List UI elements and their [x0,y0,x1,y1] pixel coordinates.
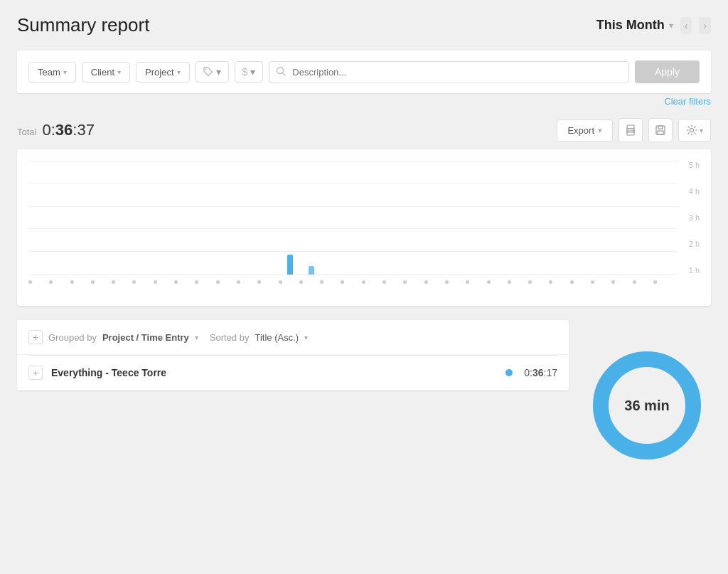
x-dot [237,280,240,284]
x-dot [91,280,95,284]
client-filter-button[interactable]: Client ▾ [82,62,130,83]
sorted-by-arrow[interactable]: ▾ [304,334,308,341]
chart-inner: 5 h 4 h 3 h 2 h 1 h [28,161,700,289]
y-label-4h: 4 h [689,187,700,196]
x-dot [487,280,491,284]
x-dot [633,280,636,284]
x-dot [49,280,53,284]
bar[interactable] [287,255,293,275]
x-dot [362,280,365,284]
total-time-prefix: 0: [42,121,55,139]
gear-icon [686,124,697,136]
grouped-by-prefix: Grouped by [48,332,97,343]
x-dot [28,280,32,284]
chart-bars-area [28,161,678,289]
bar[interactable] [309,266,314,275]
save-button[interactable] [648,118,673,142]
team-filter-arrow: ▾ [63,68,67,76]
entry-time: 0:36:17 [524,367,557,378]
svg-rect-8 [658,131,663,134]
x-dot [382,280,386,284]
total-time-group: Total 0:36:37 [17,121,95,139]
billing-filter-button[interactable]: $ ▾ [235,61,264,83]
grouped-by-arrow[interactable]: ▾ [195,334,198,341]
billing-filter-arrow: ▾ [250,66,255,78]
prev-month-button[interactable]: ‹ [680,17,692,34]
x-dots [28,280,657,284]
settings-button[interactable]: ▾ [678,119,711,142]
donut-right: 36 min [583,320,711,462]
save-icon [655,124,666,136]
next-month-button[interactable]: › [699,17,711,34]
entry-color-dot [505,369,513,376]
x-dot [508,280,511,284]
team-filter-button[interactable]: Team ▾ [28,62,76,83]
month-label: This Month [596,18,665,33]
client-filter-label: Client [91,67,114,78]
x-dot [174,280,178,284]
x-dot [611,280,615,284]
grouped-left: + Grouped by Project / Time Entry ▾ Sort… [17,320,569,390]
apply-button[interactable]: Apply [635,60,700,83]
donut-chart: 36 min [590,349,704,462]
x-dot [154,280,157,284]
x-dot [195,280,198,284]
x-dot [424,280,428,284]
clear-filters-link[interactable]: Clear filters [664,96,711,107]
description-input[interactable] [269,61,629,83]
svg-rect-3 [627,125,634,129]
x-dot [112,280,115,284]
sorted-by-value: Title (Asc.) [255,332,299,343]
project-filter-label: Project [145,67,173,78]
y-label-5h: 5 h [689,161,700,169]
page-header: Summary report This Month ▾ ‹ › [17,14,711,36]
grouped-by-value: Project / Time Entry [102,332,189,343]
x-dot [403,280,407,284]
total-row: Total 0:36:37 Export ▾ [17,118,711,142]
team-filter-label: Team [38,67,60,78]
x-axis [28,275,657,289]
clear-filters-row: Clear filters [17,96,711,107]
project-filter-arrow: ▾ [177,68,181,76]
export-button[interactable]: Export ▾ [557,119,613,142]
bar-wrap [301,266,321,275]
donut-label: 36 min [624,398,669,414]
print-button[interactable] [619,118,643,142]
total-time-suffix: :37 [73,121,95,139]
y-label-1h: 1 h [689,266,700,275]
page-title: Summary report [17,14,149,36]
sorted-by-prefix: Sorted by [210,332,250,343]
entry-name: Everything - Teece Torre [51,367,505,378]
x-dot [591,280,594,284]
grouped-expand-button[interactable]: + [28,330,43,344]
tag-icon [203,67,213,77]
entry-expand-button[interactable]: + [28,366,43,380]
x-dot [257,280,261,284]
bar-wrap [281,255,301,275]
x-dot [341,280,344,284]
gear-dropdown-arrow: ▾ [700,127,703,134]
month-dropdown-arrow[interactable]: ▾ [669,21,673,31]
x-dot [70,280,74,284]
gridline-5h [28,161,678,161]
tag-filter-button[interactable]: ▾ [196,61,229,83]
x-dot [445,280,449,284]
svg-point-5 [633,130,634,132]
dollar-icon: $ [242,66,248,78]
x-dot [528,280,532,284]
filter-bar: Team ▾ Client ▾ Project ▾ ▾ $ ▾ [17,51,711,93]
month-selector: This Month ▾ [596,18,673,33]
x-dot [570,280,574,284]
project-filter-button[interactable]: Project ▾ [136,62,189,83]
x-dot [466,280,469,284]
y-label-2h: 2 h [689,240,700,248]
toolbar-right: Export ▾ [557,118,711,142]
tag-filter-arrow: ▾ [216,66,221,78]
description-input-wrap [269,61,629,83]
x-dot [549,280,552,284]
export-label: Export [567,125,594,136]
svg-point-9 [690,129,694,132]
client-filter-arrow: ▾ [117,68,121,76]
export-arrow-icon: ▾ [598,126,602,135]
x-dot [653,280,657,284]
